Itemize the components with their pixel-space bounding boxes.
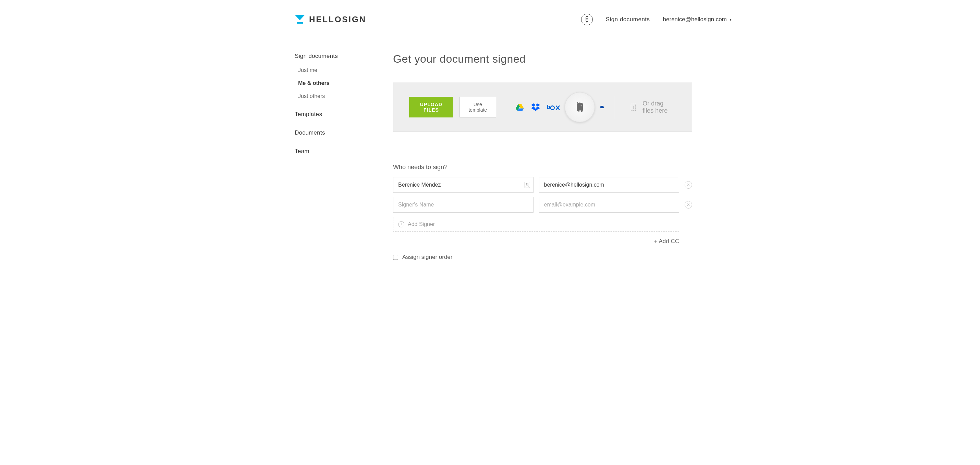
svg-marker-7 — [531, 103, 536, 106]
signer-email-field[interactable] — [539, 177, 679, 193]
sidebar-item-templates[interactable]: Templates — [295, 111, 344, 118]
sidebar-item-just-me[interactable]: Just me — [295, 67, 344, 73]
plus-circle-icon: + — [398, 221, 404, 227]
header-right: Sign documents berenice@hellosign.com ▾ — [581, 14, 732, 25]
signer-name-field[interactable] — [393, 177, 533, 193]
evernote-icon[interactable] — [565, 92, 595, 122]
user-menu[interactable]: berenice@hellosign.com ▾ — [663, 16, 732, 23]
add-signer-label: Add Signer — [408, 221, 435, 227]
signer-name-field[interactable] — [393, 197, 533, 213]
svg-marker-8 — [536, 103, 540, 106]
add-cc-button[interactable]: + Add CC — [654, 238, 679, 244]
integrations: b — [515, 102, 605, 112]
logo[interactable]: HELLOSIGN — [295, 15, 366, 24]
logo-mark-icon — [295, 15, 305, 24]
add-signer-button[interactable]: + Add Signer — [393, 217, 679, 232]
use-template-button[interactable]: Use template — [460, 97, 496, 117]
box-icon[interactable]: b — [547, 103, 560, 112]
drag-drop-area[interactable]: ↓ Or drag files here — [631, 100, 676, 114]
svg-point-13 — [550, 106, 554, 110]
signer-row: ✕ — [393, 197, 692, 213]
google-drive-icon[interactable] — [515, 103, 524, 112]
signer-row: ✕ — [393, 177, 692, 193]
upload-files-button[interactable]: UPLOAD FILES — [409, 97, 453, 117]
divider-vertical — [615, 96, 615, 119]
dropbox-icon[interactable] — [531, 103, 540, 112]
svg-rect-1 — [297, 22, 303, 24]
divider — [393, 149, 692, 149]
upload-box: UPLOAD FILES Use template — [393, 83, 692, 132]
remove-signer-button[interactable]: ✕ — [685, 201, 692, 208]
chevron-down-icon: ▾ — [730, 17, 732, 22]
signer-email-field[interactable] — [539, 197, 679, 213]
contact-card-icon[interactable] — [525, 182, 530, 188]
svg-marker-0 — [295, 15, 305, 20]
drag-text: Or drag files here — [643, 100, 676, 114]
page-title: Get your document signed — [393, 53, 692, 65]
download-arrow-icon: ↓ — [631, 104, 636, 111]
svg-text:b: b — [547, 104, 550, 110]
sidebar-item-team[interactable]: Team — [295, 148, 344, 155]
sidebar-item-documents[interactable]: Documents — [295, 129, 344, 136]
user-email: berenice@hellosign.com — [663, 16, 727, 23]
assign-order-label: Assign signer order — [402, 254, 452, 260]
sidebar: Sign documents Just me Me & others Just … — [245, 53, 344, 155]
remove-signer-button[interactable]: ✕ — [685, 181, 692, 189]
svg-point-14 — [581, 105, 581, 106]
header-sign-link[interactable]: Sign documents — [606, 16, 650, 23]
logo-text: HELLOSIGN — [309, 15, 366, 24]
pen-icon[interactable] — [581, 14, 593, 25]
assign-order-checkbox[interactable] — [393, 255, 398, 260]
signers-heading: Who needs to sign? — [393, 163, 692, 171]
sidebar-item-me-and-others[interactable]: Me & others — [295, 80, 344, 86]
onedrive-icon[interactable] — [600, 104, 605, 111]
header: HELLOSIGN Sign documents berenice@hellos… — [245, 14, 735, 25]
svg-point-3 — [586, 19, 587, 19]
sidebar-top[interactable]: Sign documents — [295, 53, 344, 60]
sidebar-item-just-others[interactable]: Just others — [295, 93, 344, 99]
main: Get your document signed UPLOAD FILES Us… — [344, 53, 735, 260]
assign-signer-order[interactable]: Assign signer order — [393, 254, 692, 260]
